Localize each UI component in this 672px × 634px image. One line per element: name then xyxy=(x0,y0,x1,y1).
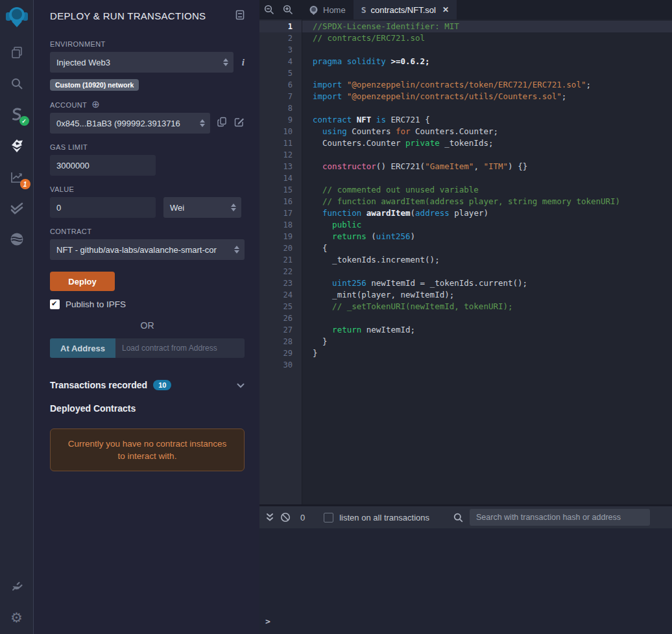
line-number[interactable]: 13 xyxy=(259,161,302,172)
line-number[interactable]: 14 xyxy=(259,172,302,184)
code-line[interactable]: import "@openzeppelin/contracts/token/ER… xyxy=(302,79,672,91)
code-line[interactable]: } xyxy=(302,347,672,359)
file-explorer-icon[interactable] xyxy=(9,45,25,60)
sign-message-icon[interactable] xyxy=(234,117,245,130)
terminal-search-input[interactable] xyxy=(470,509,650,526)
at-address-button[interactable]: At Address xyxy=(50,338,115,358)
clear-console-icon[interactable] xyxy=(280,512,291,522)
contract-select[interactable]: NFT - github/ava-labs/avalanche-smart-co… xyxy=(50,239,245,260)
zoom-in-icon[interactable] xyxy=(283,5,293,15)
line-number[interactable]: 12 xyxy=(259,149,302,161)
code-line[interactable] xyxy=(302,149,672,161)
line-number[interactable]: 20 xyxy=(259,242,302,254)
listen-transactions-checkbox[interactable] xyxy=(324,513,333,522)
code-line[interactable]: function awardItem(address player) xyxy=(302,207,672,219)
publish-ipfs-checkbox[interactable] xyxy=(50,299,60,309)
code-line[interactable]: constructor() ERC721("GameItem", "ITM") … xyxy=(302,161,672,172)
value-input[interactable] xyxy=(50,197,156,218)
code-line[interactable]: _tokenIds.increment(); xyxy=(302,254,672,266)
line-number[interactable]: 22 xyxy=(259,266,302,277)
line-number[interactable]: 15 xyxy=(259,184,302,196)
code-line[interactable]: pragma solidity >=0.6.2; xyxy=(302,56,672,67)
code-line[interactable]: returns (uint256) xyxy=(302,231,672,242)
code-line[interactable] xyxy=(302,172,672,184)
unit-testing-icon[interactable] xyxy=(9,200,25,216)
analytics-icon[interactable]: 1 xyxy=(9,169,25,185)
line-number[interactable]: 1 xyxy=(259,21,302,32)
code-line[interactable]: // commented out unused variable xyxy=(302,184,672,196)
code-line[interactable] xyxy=(302,312,672,324)
code-editor[interactable]: 1234567891011121314151617181920212223242… xyxy=(259,19,672,504)
code-line[interactable] xyxy=(302,266,672,277)
code-line[interactable]: } xyxy=(302,336,672,347)
copy-account-icon[interactable] xyxy=(217,117,227,130)
remix-logo-icon[interactable] xyxy=(3,3,30,30)
line-number[interactable]: 29 xyxy=(259,347,302,359)
add-account-icon[interactable]: ⊕ xyxy=(91,99,100,110)
code-line[interactable]: // contracts/ERC721.sol xyxy=(302,32,672,44)
value-unit-select[interactable]: Wei xyxy=(163,197,241,218)
code-line[interactable] xyxy=(302,359,672,371)
line-number[interactable]: 4 xyxy=(259,56,302,67)
plugin-manager-icon[interactable] xyxy=(9,578,25,594)
code-line[interactable]: _mint(player, newItemId); xyxy=(302,289,672,301)
deploy-run-icon[interactable] xyxy=(9,138,25,154)
code-line[interactable]: { xyxy=(302,242,672,254)
line-number[interactable]: 27 xyxy=(259,324,302,336)
tab-contracts-nft-sol[interactable]: S contracts/NFT.sol ✕ xyxy=(354,0,457,19)
code-line[interactable]: public xyxy=(302,219,672,231)
documentation-icon[interactable] xyxy=(235,10,245,23)
line-number[interactable]: 19 xyxy=(259,231,302,242)
line-number[interactable]: 10 xyxy=(259,126,302,137)
line-number[interactable]: 16 xyxy=(259,196,302,207)
line-number[interactable]: 9 xyxy=(259,114,302,126)
environment-info-icon[interactable]: i xyxy=(242,57,245,68)
line-number[interactable]: 11 xyxy=(259,137,302,149)
code-line[interactable] xyxy=(302,44,672,56)
account-select[interactable]: 0x845...B1aB3 (999992.3913716 xyxy=(50,113,210,134)
line-number[interactable]: 25 xyxy=(259,301,302,312)
code-line[interactable]: return newItemId; xyxy=(302,324,672,336)
code-line[interactable]: uint256 newItemId = _tokenIds.current(); xyxy=(302,277,672,289)
code-line[interactable]: //SPDX-License-Identifier: MIT xyxy=(302,21,672,32)
line-number[interactable]: 7 xyxy=(259,91,302,102)
solidity-compiler-icon[interactable]: ✓ xyxy=(9,107,25,123)
close-tab-icon[interactable]: ✕ xyxy=(442,5,449,14)
terminal-collapse-icon[interactable] xyxy=(266,513,274,522)
code-line[interactable] xyxy=(302,67,672,79)
gas-limit-input[interactable] xyxy=(50,155,156,176)
transactions-recorded-label[interactable]: Transactions recorded xyxy=(50,380,147,390)
search-icon[interactable] xyxy=(9,76,25,91)
tab-home[interactable]: Home xyxy=(300,0,354,19)
code-line[interactable]: contract NFT is ERC721 { xyxy=(302,114,672,126)
environment-select[interactable]: Injected Web3 xyxy=(50,52,234,73)
line-number[interactable]: 23 xyxy=(259,277,302,289)
at-address-input[interactable] xyxy=(115,338,245,358)
line-number[interactable]: 18 xyxy=(259,219,302,231)
code-line[interactable]: Counters.Counter private _tokenIds; xyxy=(302,137,672,149)
listen-transactions-label: listen on all transactions xyxy=(339,513,429,522)
code-line[interactable] xyxy=(302,102,672,114)
zoom-out-icon[interactable] xyxy=(264,5,274,15)
code-line[interactable]: // _setTokenURI(newItemId, tokenURI); xyxy=(302,301,672,312)
line-number[interactable]: 17 xyxy=(259,207,302,219)
plugin-circle-icon[interactable] xyxy=(9,231,25,247)
line-number[interactable]: 26 xyxy=(259,312,302,324)
line-number[interactable]: 24 xyxy=(259,289,302,301)
line-number[interactable]: 6 xyxy=(259,79,302,91)
code-line[interactable]: using Counters for Counters.Counter; xyxy=(302,126,672,137)
code-line[interactable]: // function awardItem(address player, st… xyxy=(302,196,672,207)
code-line[interactable]: import "@openzeppelin/contracts/utils/Co… xyxy=(302,91,672,102)
deploy-button[interactable]: Deploy xyxy=(50,272,115,291)
line-number[interactable]: 2 xyxy=(259,32,302,44)
line-number[interactable]: 21 xyxy=(259,254,302,266)
line-number[interactable]: 8 xyxy=(259,102,302,114)
line-number[interactable]: 28 xyxy=(259,336,302,347)
terminal-output[interactable]: > xyxy=(259,528,672,634)
contract-label: CONTRACT xyxy=(50,228,245,235)
line-number[interactable]: 30 xyxy=(259,359,302,371)
line-number[interactable]: 3 xyxy=(259,44,302,56)
settings-icon[interactable]: ⚙ xyxy=(9,609,25,625)
line-number[interactable]: 5 xyxy=(259,67,302,79)
chevron-down-icon[interactable] xyxy=(237,379,245,391)
